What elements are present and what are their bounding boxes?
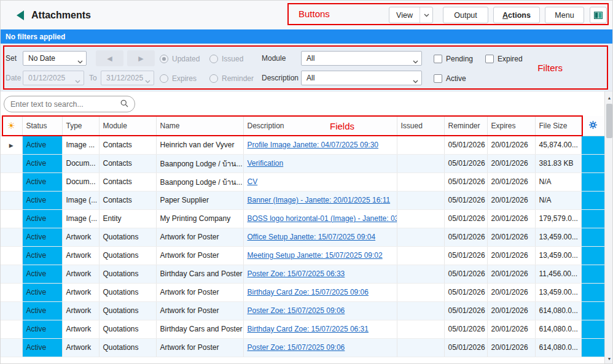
module-cell: Quotations (99, 320, 156, 338)
issued-cell (397, 283, 444, 301)
conditional-formatting-sun-icon[interactable]: ☀ (1, 116, 22, 136)
view-button[interactable]: View (389, 7, 433, 23)
chevron-down-icon[interactable] (420, 14, 432, 17)
reminder-cell: 05/01/2026 (444, 301, 487, 320)
radio-issued[interactable]: Issued (209, 54, 243, 64)
column-header-file-size[interactable]: File Size (535, 116, 581, 136)
table-row[interactable]: Active Artwork Quotations Artwork for Po… (1, 246, 604, 265)
file-size-cell: 614,080.0... (535, 338, 581, 357)
status-sliver-cell (581, 265, 604, 283)
table-row[interactable]: Active Artwork Quotations Artwork for Po… (1, 228, 604, 246)
date-from-dropdown[interactable]: 01/12/2025 (23, 71, 84, 85)
attachment-link[interactable]: Banner (Image) - Janette: 20/01/2025 16:… (248, 196, 391, 204)
actions-button-label: Actions (502, 11, 531, 20)
previous-period-button[interactable]: ◀ (96, 50, 123, 66)
actions-button[interactable]: Actions (493, 7, 540, 23)
table-row[interactable]: Active Image (... Contacts Paper Supplie… (1, 191, 604, 209)
attachment-link[interactable]: Poster Zoe: 15/07/2025 09:06 (248, 343, 345, 352)
reminder-cell: 05/01/2026 (444, 209, 487, 228)
checkbox-active[interactable]: Active (434, 74, 466, 83)
date-to-dropdown[interactable]: 31/12/2025 (101, 71, 154, 85)
radio-reminder[interactable]: Reminder (209, 74, 254, 83)
module-dropdown[interactable]: All (301, 51, 422, 66)
attachment-link[interactable]: Birthday Card Zoe: 15/07/2025 09:06 (248, 288, 369, 296)
column-header-status[interactable]: Status (22, 116, 62, 136)
description-dropdown[interactable]: All (301, 71, 422, 85)
expires-cell: 20/01/2026 (487, 172, 535, 191)
attachment-link[interactable]: Birthday Card Zoe: 15/07/2025 06:31 (248, 325, 369, 333)
search-input[interactable] (10, 100, 120, 109)
attachment-link[interactable]: CV (248, 177, 258, 186)
description-dropdown-value: All (306, 74, 314, 82)
status-cell: Active (22, 172, 62, 191)
output-button[interactable]: Output (443, 7, 488, 23)
expires-cell: 20/01/2026 (487, 191, 535, 209)
table-row[interactable]: Active Docum... Contacts Baanpong Lodge … (1, 172, 604, 191)
status-cell: Active (22, 191, 62, 209)
table-row[interactable]: Active Artwork Quotations Birthday Cars … (1, 320, 604, 338)
set-dropdown[interactable]: No Date (23, 51, 87, 66)
radio-updated[interactable]: Updated (160, 54, 200, 64)
status-cell: Active (22, 338, 62, 357)
column-chooser-gear-icon[interactable] (581, 116, 604, 136)
scroll-down-icon[interactable]: ▼ (605, 354, 613, 363)
column-header-type[interactable]: Type (62, 116, 99, 136)
table-row[interactable]: Active Image (... Entity My Printing Com… (1, 209, 604, 228)
table-row[interactable]: Active Docum... Contacts Baanpong Lodge … (1, 154, 604, 172)
attachment-link[interactable]: Meeting Setup Janette: 15/07/2025 09:02 (248, 251, 383, 260)
panel-toggle-button[interactable] (590, 7, 607, 23)
checkbox-pending[interactable]: Pending (434, 54, 473, 64)
attachment-link[interactable]: Poster Zoe: 15/07/2025 06:33 (248, 269, 345, 278)
name-cell: Baanpong Lodge / บ้าน... (156, 154, 243, 172)
set-dropdown-value: No Date (28, 54, 55, 63)
table-row[interactable]: ▶ Active Image ... Contacts Heinrich van… (1, 136, 604, 154)
attachment-link[interactable]: Poster Zoe: 15/07/2025 09:06 (248, 306, 345, 315)
scrollbar-thumb[interactable] (606, 104, 612, 138)
chevron-down-icon (413, 57, 418, 66)
column-header-expires[interactable]: Expires (487, 116, 535, 136)
scroll-up-icon[interactable]: ▲ (605, 93, 613, 103)
file-size-cell: 381.83 KB (535, 154, 581, 172)
type-cell: Artwork (62, 228, 99, 246)
expires-cell: 20/01/2026 (487, 320, 535, 338)
back-arrow-icon[interactable] (17, 10, 24, 20)
attachment-link[interactable]: BOSS logo horizontal-01 (Image) - Janett… (248, 214, 397, 223)
table-row[interactable]: Active Artwork Quotations Artwork for Po… (1, 338, 604, 357)
chevron-down-icon (413, 77, 418, 85)
status-cell: Active (22, 228, 62, 246)
next-period-button[interactable]: ▶ (127, 50, 155, 66)
status-cell: Active (22, 246, 62, 265)
column-header-module[interactable]: Module (99, 116, 156, 136)
radio-issued-label: Issued (222, 55, 243, 63)
expires-cell: 20/01/2026 (487, 338, 535, 357)
reminder-cell: 05/01/2026 (444, 338, 487, 357)
table-row[interactable]: Active Artwork Quotations Artwork for Po… (1, 283, 604, 301)
status-cell: Active (22, 154, 62, 172)
table-row[interactable]: Active Artwork Quotations Birthday Cars … (1, 265, 604, 283)
date-label: Date (6, 71, 21, 85)
checkbox-expired[interactable]: Expired (485, 54, 523, 64)
checkbox-expired-label: Expired (498, 55, 523, 63)
name-cell: Artwork for Poster (156, 338, 243, 357)
table-row[interactable]: Active Artwork Quotations Artwork for Po… (1, 301, 604, 320)
column-header-issued[interactable]: Issued (397, 116, 444, 136)
module-cell: Quotations (99, 301, 156, 320)
type-cell: Artwork (62, 320, 99, 338)
column-header-description[interactable]: Description (243, 116, 397, 136)
attachment-link[interactable]: Profile Image Janette: 04/07/2025 09:30 (248, 141, 379, 149)
menu-button[interactable]: Menu (545, 7, 584, 23)
attachment-link[interactable]: Office Setup Janette: 15/07/2025 09:04 (248, 233, 376, 241)
reminder-cell: 05/01/2026 (444, 228, 487, 246)
radio-expires[interactable]: Expires (160, 74, 197, 83)
column-header-reminder[interactable]: Reminder (444, 116, 487, 136)
grid-area: ☀ Status Type Module Name Description Is… (1, 91, 604, 364)
vertical-scrollbar[interactable]: ▲ ▼ (604, 91, 612, 364)
column-header-name[interactable]: Name (156, 116, 243, 136)
view-button-label: View (389, 11, 420, 20)
date-to-value: 31/12/2025 (106, 74, 143, 82)
name-cell: Artwork for Poster (156, 246, 243, 265)
attachment-link[interactable]: Verification (248, 159, 284, 168)
reminder-cell: 05/01/2026 (444, 246, 487, 265)
search-icon[interactable] (120, 99, 128, 110)
type-cell: Image (... (62, 191, 99, 209)
